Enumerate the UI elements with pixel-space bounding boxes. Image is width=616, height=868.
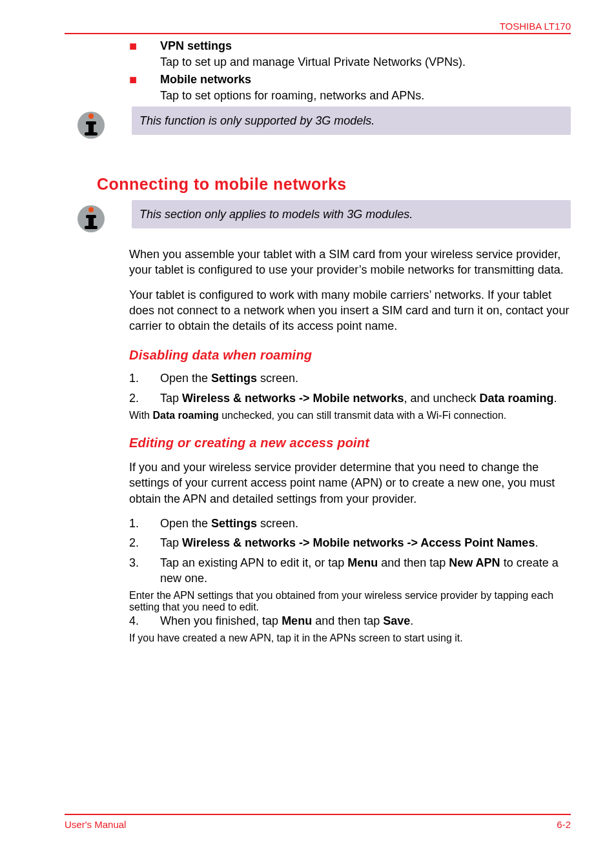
- ordered-list: 1. Open the Settings screen. 2. Tap Wire…: [129, 370, 571, 406]
- step-number: 1.: [129, 516, 160, 531]
- step-text: Open the Settings screen.: [160, 370, 571, 386]
- ordered-list: 4. When you finished, tap Menu and then …: [129, 613, 571, 629]
- svg-rect-9: [85, 226, 98, 229]
- info-text: This section only applies to models with…: [132, 200, 571, 228]
- bullet-desc: Tap to set options for roaming, networks…: [160, 89, 571, 103]
- paragraph: When you assemble your tablet with a SIM…: [129, 247, 571, 278]
- step-number: 1.: [129, 370, 160, 386]
- step-text: Tap an existing APN to edit it, or tap M…: [160, 555, 571, 587]
- bullet-label: Mobile networks: [160, 73, 251, 86]
- step-number: 3.: [129, 555, 160, 587]
- step-number: 4.: [129, 613, 160, 629]
- list-item: 2. Tap Wireless & networks -> Mobile net…: [129, 535, 571, 550]
- step-note: Enter the APN settings that you obtained…: [129, 590, 571, 613]
- paragraph: Your tablet is configured to work with m…: [129, 287, 571, 334]
- step-note: With Data roaming unchecked, you can sti…: [129, 410, 571, 421]
- top-bullet-list: ■ VPN settings Tap to set up and manage …: [129, 39, 571, 103]
- svg-point-6: [88, 207, 94, 212]
- section-heading: Connecting to mobile networks: [97, 175, 571, 194]
- info-callout: This section only applies to models with…: [68, 200, 571, 237]
- footer-rule: [65, 814, 571, 815]
- info-callout: This function is only supported by 3G mo…: [68, 106, 571, 144]
- sub-heading: Editing or creating a new access point: [129, 436, 571, 450]
- svg-point-1: [88, 114, 94, 119]
- list-item: 1. Open the Settings screen.: [129, 516, 571, 531]
- header-product: TOSHIBA LT170: [65, 21, 571, 32]
- ordered-list: 1. Open the Settings screen. 2. Tap Wire…: [129, 516, 571, 586]
- bullet-item: ■ Mobile networks Tap to set options for…: [129, 73, 571, 103]
- info-icon: [68, 200, 132, 237]
- step-number: 2.: [129, 390, 160, 406]
- footer: User's Manual 6-2: [65, 814, 571, 830]
- step-note: If you have created a new APN, tap it in…: [129, 632, 571, 644]
- step-text: Tap Wireless & networks -> Mobile networ…: [160, 535, 571, 550]
- bullet-label: VPN settings: [160, 39, 232, 53]
- footer-right: 6-2: [557, 819, 571, 830]
- step-number: 2.: [129, 535, 160, 550]
- list-item: 3. Tap an existing APN to edit it, or ta…: [129, 555, 571, 587]
- step-text: When you finished, tap Menu and then tap…: [160, 613, 571, 629]
- list-item: 4. When you finished, tap Menu and then …: [129, 613, 571, 629]
- svg-rect-4: [85, 132, 98, 136]
- page: TOSHIBA LT170 ■ VPN settings Tap to set …: [0, 0, 616, 839]
- paragraph: If you and your wireless service provide…: [129, 459, 571, 507]
- step-text: Open the Settings screen.: [160, 516, 571, 531]
- sub-heading: Disabling data when roaming: [129, 348, 571, 363]
- list-item: 2. Tap Wireless & networks -> Mobile net…: [129, 390, 571, 406]
- list-item: 1. Open the Settings screen.: [129, 370, 571, 386]
- info-icon: [68, 106, 132, 144]
- header-rule: [65, 33, 571, 34]
- footer-left: User's Manual: [65, 819, 126, 830]
- bullet-square-icon: ■: [129, 39, 160, 52]
- bullet-item: ■ VPN settings Tap to set up and manage …: [129, 39, 571, 69]
- bullet-desc: Tap to set up and manage Virtual Private…: [160, 56, 571, 69]
- step-text: Tap Wireless & networks -> Mobile networ…: [160, 390, 571, 406]
- bullet-square-icon: ■: [129, 73, 160, 86]
- info-text: This function is only supported by 3G mo…: [132, 106, 571, 135]
- content-area: ■ VPN settings Tap to set up and manage …: [129, 39, 571, 644]
